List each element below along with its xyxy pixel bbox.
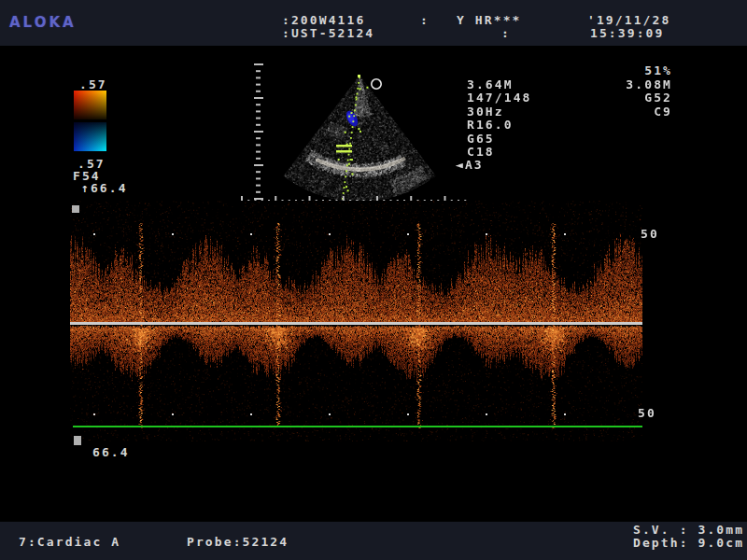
angle-readout: ↑66.4: [81, 182, 128, 194]
aloka-logo: ALOKA: [9, 14, 77, 31]
exam-time: 15:39:09: [590, 27, 664, 39]
param-contrast: C18: [467, 146, 495, 158]
sample-volume-readout: S.V. : 3.0mm: [633, 524, 744, 536]
probe-label: Probe:52124: [187, 536, 289, 548]
velocity-scale-top: 50: [641, 228, 659, 240]
param-doppler-gain: G52: [560, 91, 672, 104]
param-frames: 147/148: [467, 91, 532, 104]
color-scale-top-value: .57: [79, 78, 107, 91]
header-colon-1: :: [420, 14, 430, 26]
depth-readout: Depth: 9.0cm: [633, 537, 744, 549]
machine-id: :200W4116: [282, 14, 365, 26]
param-probe-code: C9: [560, 105, 672, 118]
spectral-doppler-trace: [70, 201, 642, 441]
param-power: 51%: [560, 64, 672, 77]
preset-label: 7:Cardiac A: [19, 536, 120, 548]
doppler-baseline: [70, 322, 642, 325]
sweep-marker-top: [72, 205, 79, 213]
header-bar: ALOKA :200W4116 : Y HR*** '19/11/28 :UST…: [0, 0, 747, 46]
left-pointer-icon: ◄: [456, 158, 465, 172]
sweep-marker-bottom: [74, 436, 81, 445]
probe-model: :UST-52124: [282, 27, 374, 39]
velocity-scale-bottom: 50: [638, 407, 656, 419]
color-map-reverse: [74, 122, 106, 151]
param-gain: G65: [467, 133, 495, 145]
param-framerate: 30Hz: [467, 105, 504, 118]
ultrasound-screen: ALOKA :200W4116 : Y HR*** '19/11/28 :UST…: [0, 0, 747, 560]
param-doppler-freq: 3.08M: [560, 78, 672, 91]
patient-id: Y HR***: [457, 14, 522, 26]
angle-value: 66.4: [91, 181, 128, 195]
up-arrow-icon: ↑: [81, 181, 91, 195]
param-tx-freq: 3.64M: [467, 78, 514, 91]
param-active-label: A3: [465, 158, 484, 172]
param-range: R16.0: [467, 119, 514, 131]
header-colon-2: :: [501, 27, 511, 39]
sweep-value: 66.4: [92, 446, 130, 458]
exam-date: '19/11/28: [587, 14, 670, 26]
footer-bar: 7:Cardiac A Probe:52124 S.V. : 3.0mm Dep…: [0, 522, 747, 560]
bmode-sector-image: [235, 56, 469, 205]
color-map-forward: [74, 91, 106, 119]
param-active-row: ◄A3: [456, 159, 484, 171]
sweep-time-line: [73, 426, 642, 427]
